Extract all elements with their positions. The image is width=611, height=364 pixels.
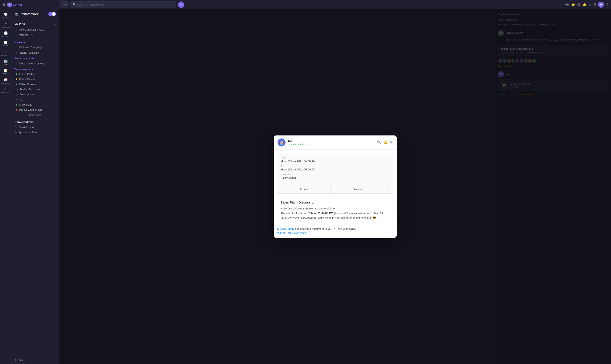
marketing-group-label: Marketing <box>12 39 59 45</box>
member-rufus-william[interactable]: Rufus William <box>13 77 58 82</box>
hash-icon: # <box>16 62 17 65</box>
member-emma-cartner[interactable]: Emma Cartner <box>13 72 58 77</box>
search-input[interactable] <box>77 3 174 6</box>
meeting-to-field: To : Mon, 15 Mar 2021 05:00 PM <box>281 165 390 171</box>
channel-referral-marketing[interactable]: # referral-marketing <box>13 50 58 55</box>
more-options-button[interactable]: ⋮ <box>384 185 393 193</box>
camera-icon[interactable]: 📷 <box>565 3 569 7</box>
search-icon: 🔍 <box>73 3 76 6</box>
bot-name-section: Taz Happy to help you <box>288 139 375 145</box>
hash-icon: # <box>16 46 17 49</box>
search-bar[interactable]: 🔍 <box>70 1 176 8</box>
widgets-icon: ⚏ <box>4 50 7 54</box>
apps-icon[interactable]: ⠿ <box>594 3 596 7</box>
sidebar-item-projects[interactable]: 🗂 PROJECTS <box>1 86 10 94</box>
bot-name: Taz <box>288 139 375 143</box>
grid-icon[interactable]: ⊞ <box>589 3 591 7</box>
hash-icon: # <box>16 51 17 54</box>
meeting-from-label: From : <box>281 157 390 159</box>
search-filter-dropdown[interactable]: All ▾ <box>60 1 68 8</box>
sidebar-item-chats[interactable]: 💬 CHATS <box>1 12 10 20</box>
sidebar-item-history[interactable]: 🕐 HISTORY <box>1 30 10 39</box>
camera-icon-sidebar[interactable]: 📷 <box>14 13 18 16</box>
mention-icon[interactable]: 🔔 <box>583 3 587 7</box>
chat-development[interactable]: ⊙ Development <box>13 92 58 97</box>
event-change-card: Sales Pitch Discussion Hello Olivia Palm… <box>277 197 393 224</box>
user-avatar[interactable]: U <box>598 2 604 8</box>
show-more-button[interactable]: Show more <box>12 112 59 117</box>
shared-doc-link[interactable]: Planet Corp Sales Pitch <box>277 231 306 234</box>
meeting-to-value: Mon, 15 Mar 2021 05:00 PM <box>281 168 390 171</box>
channel-marketing-campaigns[interactable]: # Marketing Campaigns <box>13 45 58 50</box>
conv-icon: ⊙ <box>14 126 17 129</box>
settings-button[interactable]: ⚙ Settings <box>14 359 56 362</box>
workspace-header: 📷 Remote Work <box>12 9 59 19</box>
channels-icon: # <box>5 22 7 26</box>
sidebar-bottom: ⚙ Settings <box>12 357 59 364</box>
icon-sidebar: 💬 CHATS # CHANNELS 🕐 HISTORY 📄 FILES ⚏ W… <box>0 9 12 364</box>
menu-icon[interactable]: ☰ <box>2 3 5 7</box>
add-button[interactable]: + <box>178 1 184 8</box>
bell-icon[interactable]: 🔔 <box>383 140 388 144</box>
status-dot-green <box>16 73 17 75</box>
nav-sidebar: 📷 Remote Work My Pins … # project-update… <box>12 9 59 364</box>
heart-icon: ♡ <box>31 34 34 37</box>
chat-product-discussion[interactable]: ⊙ Product Discussion <box>13 87 58 92</box>
meeting-timezone-label: Time zone : <box>281 173 390 176</box>
sidebar-item-calendar[interactable]: 📅 CALENDER <box>1 77 10 85</box>
workspace-toggle[interactable] <box>48 12 56 16</box>
chat-taz[interactable]: ⊙ Taz <box>13 97 58 102</box>
bot-status: Happy to help you <box>288 143 375 145</box>
topbar-right: 📷 ⭐ @ 🔔 ⊞ ⠿ U ⠿ <box>565 2 609 8</box>
member-marcus-zimmerman[interactable]: Marcus Zimmerman <box>13 107 58 112</box>
chat-icon: ⊙ <box>16 98 18 101</box>
bot-modal-actions: 🔍 🔔 ✕ <box>377 140 393 145</box>
announcements-group-label: Announcements <box>12 55 59 61</box>
app-logo: Z Zylker <box>7 2 22 7</box>
event-title: Sales Pitch Discussion <box>281 201 390 204</box>
projects-icon: 🗂 <box>4 87 7 91</box>
accept-button[interactable]: Accept <box>277 185 331 193</box>
sidebar-item-notes[interactable]: 📝 NOTES <box>1 67 10 76</box>
notes-icon: 📝 <box>4 68 8 73</box>
pins-section: My Pins … # project-updates : @Z... # re… <box>12 19 59 39</box>
member-gilbert-bowers[interactable]: Gilbert Bowers <box>13 82 58 87</box>
shared-sender-link[interactable]: Suresh Shetty <box>277 227 295 230</box>
modal-backdrop: 🤖 Taz Happy to help you 🔍 🔔 ✕ <box>59 9 611 364</box>
chat-icon: ⊙ <box>16 88 18 91</box>
gear-icon: ⚙ <box>14 359 17 362</box>
history-icon: 🕐 <box>4 31 8 35</box>
at-icon[interactable]: @ <box>577 3 581 6</box>
close-icon[interactable]: ✕ <box>390 140 393 145</box>
chat-icon: ⊙ <box>16 93 18 96</box>
shared-doc-section: Suresh Shetty has shared a document to y… <box>277 227 393 234</box>
star-icon[interactable]: ⭐ <box>571 3 575 7</box>
meeting-from-field: From : Mon, 15 Mar 2021 04:00 PM <box>281 157 390 163</box>
hash-icon: # <box>16 28 17 31</box>
event-bold-time: 15 Mar '21 04.00 PM <box>307 212 333 215</box>
sidebar-item-widgets[interactable]: ⚏ WIDGETS <box>1 49 10 57</box>
search-icon[interactable]: 🔍 <box>377 140 381 144</box>
grid-apps-icon[interactable]: ⠿ <box>606 3 609 7</box>
channel-zylker-announcements[interactable]: # Zylker-Announcements <box>13 61 58 66</box>
logo-icon: Z <box>7 2 12 7</box>
topbar-center: All ▾ 🔍 + <box>60 1 565 8</box>
sidebar-item-files[interactable]: 📄 FILES <box>1 39 10 48</box>
member-angie-page[interactable]: Angie Page <box>13 102 58 107</box>
pinned-project-updates[interactable]: # project-updates : @Z... <box>13 27 58 32</box>
meeting-card-body: From : Mon, 15 Mar 2021 04:00 PM To : Mo… <box>277 153 393 185</box>
sidebar-item-org[interactable]: 🏢 ORG <box>1 58 10 66</box>
calendar-icon: 📅 <box>4 78 8 82</box>
chevron-down-icon: ▾ <box>65 3 66 6</box>
conv-admin-support[interactable]: ⊙ Admin Support <box>12 124 59 130</box>
pins-more-icon[interactable]: … <box>52 22 56 26</box>
decline-button[interactable]: Decline <box>331 185 384 193</box>
meeting-invite-card: From : Mon, 15 Mar 2021 04:00 PM To : Mo… <box>277 153 393 194</box>
pinned-releases[interactable]: # releases ♡ <box>13 32 58 38</box>
meeting-to-label: To : <box>281 165 390 168</box>
meeting-card-actions: Accept Decline ⋮ <box>277 185 393 193</box>
team-members-group-label: Team members <box>12 66 59 72</box>
conv-application-base[interactable]: ⊙ Application Base <box>12 130 59 135</box>
sidebar-item-channels[interactable]: # CHANNELS <box>1 21 10 29</box>
topbar-left: ☰ Z Zylker <box>2 2 60 7</box>
